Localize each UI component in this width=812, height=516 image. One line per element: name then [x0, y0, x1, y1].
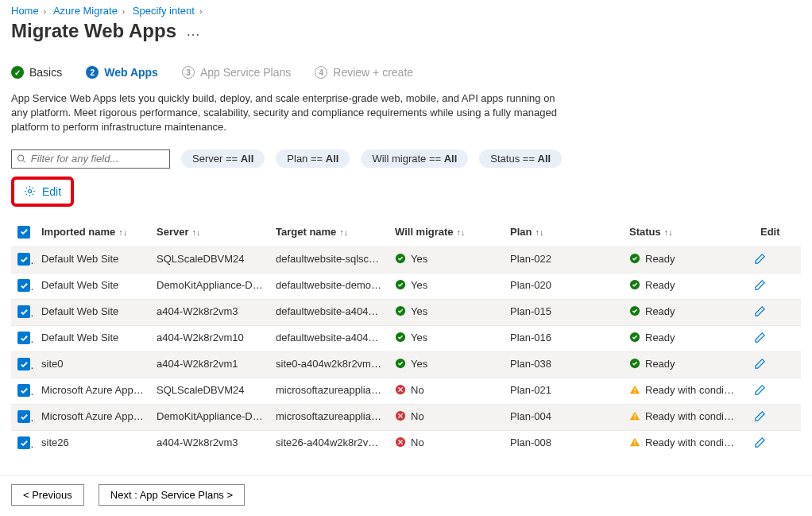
cell-plan: Plan-016: [504, 326, 623, 351]
warning-icon: [629, 384, 640, 395]
cell-name: Default Web Site: [35, 300, 150, 325]
search-icon: [17, 153, 26, 164]
cell-migrate: No: [389, 378, 504, 404]
cell-server: SQLScaleDBVM24: [150, 247, 269, 273]
cell-status: Ready: [623, 300, 742, 325]
cell-target: defaultwebsite-demok...: [269, 274, 389, 299]
more-menu-icon[interactable]: …: [186, 23, 201, 40]
success-icon: [629, 305, 640, 316]
error-icon: [395, 410, 406, 421]
table-row[interactable]: Default Web Sitea404-W2k8r2vm3defaultweb…: [11, 299, 801, 325]
success-icon: [629, 332, 640, 343]
filter-input[interactable]: [31, 153, 164, 165]
cell-target: microsoftazureapplian...: [269, 378, 389, 404]
edit-row-icon[interactable]: [754, 384, 766, 396]
col-header-server[interactable]: Server↑↓: [150, 218, 269, 247]
cell-target: site0-a404w2k8r2vm1...: [269, 352, 389, 378]
cell-status: Ready: [623, 247, 742, 273]
edit-button[interactable]: Edit: [11, 177, 74, 207]
svg-rect-20: [634, 440, 635, 444]
table-row[interactable]: Microsoft Azure Appli...DemoKitAppliance…: [11, 404, 801, 430]
cell-plan: Plan-038: [504, 352, 623, 378]
step-basics[interactable]: ✓Basics: [11, 66, 62, 79]
cell-status: Ready with conditions: [623, 431, 742, 456]
filter-input-wrapper[interactable]: [11, 149, 170, 169]
cell-name: site26: [35, 431, 150, 456]
edit-row-icon[interactable]: [754, 358, 766, 370]
row-checkbox[interactable]: [17, 436, 30, 449]
warning-icon: [629, 436, 640, 448]
step-circle-icon: ✓: [11, 66, 24, 79]
table-row[interactable]: Default Web Sitea404-W2k8r2vm10defaultwe…: [11, 325, 801, 351]
breadcrumb-link-home[interactable]: Home: [11, 5, 39, 17]
row-checkbox[interactable]: [17, 253, 30, 266]
cell-server: a404-W2k8r2vm10: [150, 326, 269, 351]
row-checkbox[interactable]: [17, 358, 30, 371]
svg-point-0: [17, 155, 23, 161]
col-header-name[interactable]: Imported name↑↓: [35, 218, 150, 247]
svg-rect-15: [634, 392, 635, 393]
breadcrumb: Home› Azure Migrate› Specify intent›: [11, 5, 801, 17]
cell-plan: Plan-015: [504, 300, 623, 325]
edit-row-icon[interactable]: [754, 279, 766, 291]
step-review-create[interactable]: 4Review + create: [315, 66, 413, 79]
row-checkbox[interactable]: [17, 279, 30, 292]
table-row[interactable]: Default Web SiteSQLScaleDBVM24defaultweb…: [11, 246, 801, 273]
breadcrumb-link-intent[interactable]: Specify intent: [133, 5, 195, 17]
cell-target: defaultwebsite-a404w...: [269, 326, 389, 351]
col-header-status[interactable]: Status↑↓: [623, 218, 754, 247]
row-checkbox[interactable]: [17, 384, 30, 397]
edit-row-icon[interactable]: [754, 305, 766, 317]
edit-button-label: Edit: [42, 185, 61, 198]
success-icon: [629, 253, 640, 264]
step-web-apps[interactable]: 2Web Apps: [86, 66, 158, 79]
cell-status: Ready with conditions: [623, 378, 742, 404]
page-title: Migrate Web Apps: [11, 20, 176, 42]
wizard-steps: ✓Basics2Web Apps3App Service Plans4Revie…: [11, 66, 801, 79]
cell-server: a404-W2k8r2vm3: [150, 300, 269, 325]
cell-server: a404-W2k8r2vm1: [150, 352, 269, 378]
cell-name: Default Web Site: [35, 274, 150, 299]
next-button[interactable]: Next : App Service Plans >: [99, 484, 245, 506]
table-row[interactable]: site26a404-W2k8r2vm3site26-a404w2k8r2vm.…: [11, 430, 801, 456]
gear-icon: [24, 185, 36, 197]
step-app-service-plans[interactable]: 3App Service Plans: [182, 66, 291, 79]
edit-row-icon[interactable]: [754, 436, 766, 448]
edit-row-icon[interactable]: [754, 332, 766, 343]
success-icon: [629, 279, 640, 290]
col-header-edit: Edit: [754, 218, 790, 247]
filter-pill[interactable]: Plan == All: [276, 149, 350, 168]
svg-rect-14: [634, 388, 635, 391]
filter-pill[interactable]: Status == All: [479, 149, 562, 168]
previous-button[interactable]: < Previous: [11, 484, 84, 506]
cell-target: microsoftazureapplian...: [269, 405, 389, 430]
edit-row-icon[interactable]: [754, 410, 766, 422]
filter-pill[interactable]: Will migrate == All: [361, 149, 468, 168]
col-header-migrate[interactable]: Will migrate↑↓: [389, 218, 504, 247]
svg-rect-21: [634, 444, 635, 445]
select-all-checkbox[interactable]: [17, 226, 30, 239]
breadcrumb-link-azuremigrate[interactable]: Azure Migrate: [53, 5, 118, 17]
cell-plan: Plan-022: [504, 247, 623, 273]
col-header-plan[interactable]: Plan↑↓: [504, 218, 623, 247]
step-label: Basics: [29, 66, 62, 79]
table-row[interactable]: Default Web SiteDemoKitAppliance-Do...de…: [11, 273, 801, 299]
table-row[interactable]: Microsoft Azure Appli...SQLScaleDBVM24mi…: [11, 378, 801, 404]
cell-plan: Plan-008: [504, 431, 623, 456]
cell-server: SQLScaleDBVM24: [150, 378, 269, 404]
row-checkbox[interactable]: [17, 410, 30, 423]
edit-row-icon[interactable]: [754, 253, 766, 265]
cell-name: Default Web Site: [35, 247, 150, 273]
svg-line-1: [23, 161, 25, 163]
cell-status: Ready with conditions: [623, 405, 742, 430]
cell-migrate: Yes: [389, 326, 504, 351]
cell-plan: Plan-021: [504, 378, 623, 404]
step-circle-icon: 3: [182, 66, 195, 79]
filter-pill[interactable]: Server == All: [181, 149, 265, 168]
row-checkbox[interactable]: [17, 305, 30, 318]
col-header-target[interactable]: Target name↑↓: [269, 218, 389, 247]
row-checkbox[interactable]: [17, 332, 30, 344]
table-row[interactable]: site0a404-W2k8r2vm1site0-a404w2k8r2vm1..…: [11, 351, 801, 378]
success-icon: [395, 332, 406, 343]
webapps-table: Imported name↑↓ Server↑↓ Target name↑↓ W…: [11, 218, 801, 457]
